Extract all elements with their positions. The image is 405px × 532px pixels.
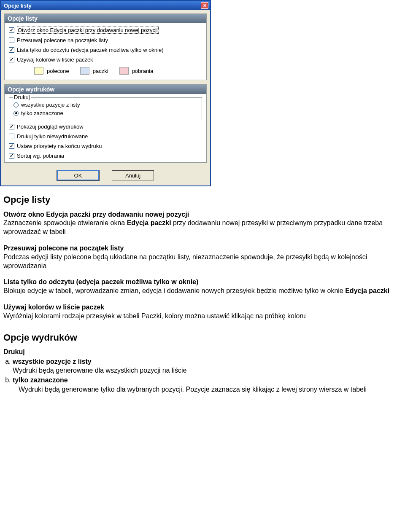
check-label: Ustaw priorytety na końcu wydruku (17, 143, 102, 149)
doc-section: Opcje listy Otwórz okno Edycja paczki pr… (0, 186, 405, 398)
check-readonly-list[interactable]: Lista tylko do odczytu (edycja paczek mo… (9, 47, 202, 53)
titlebar: Opcje listy ✕ (1, 1, 210, 10)
doc-list-item: tylko zaznaczone (13, 376, 402, 385)
check-label: Przesuwaj polecone na początek listy (17, 37, 108, 43)
radio-label: wszystkie pozycje z listy (21, 102, 80, 108)
panel-header-opcje-listy: Opcje listy (5, 14, 206, 23)
ok-button[interactable]: OK (57, 170, 99, 180)
checkbox-icon[interactable] (9, 124, 14, 129)
doc-heading-opcje-listy: Opcje listy (3, 194, 402, 206)
checkbox-icon[interactable] (9, 27, 14, 33)
check-move-registered-top[interactable]: Przesuwaj polecone na początek listy (9, 37, 202, 43)
panel-opcje-listy: Opcje listy Otwórz okno Edycja paczki pr… (4, 13, 207, 80)
check-print-unprinted-only[interactable]: Drukuj tylko niewydrukowane (9, 133, 202, 140)
doc-list-body: Wydruki będą generowane tylko dla wybran… (19, 385, 402, 394)
options-dialog: Opcje listy ✕ Opcje listy Otwórz okno Ed… (0, 0, 211, 186)
doc-list-title: tylko zaznaczone (13, 376, 68, 384)
legend-label-polecone: polecone (47, 68, 69, 74)
fieldset-drukuj: Drukuj wszystkie pozycje z listy tylko z… (9, 97, 202, 120)
doc-subheading-drukuj: Drukuj (3, 348, 402, 357)
doc-subheading: Przesuwaj polecone na początek listy (3, 244, 402, 253)
check-label: Sortuj wg. pobrania (17, 153, 64, 159)
doc-ordered-list: wszystkie pozycje z listy Wydruki będą g… (3, 357, 402, 384)
dialog-buttons: OK Anuluj (4, 167, 207, 182)
check-sort-by-cod[interactable]: Sortuj wg. pobrania (9, 153, 202, 159)
doc-subheading: Otwórz okno Edycja paczki przy dodawaniu… (3, 210, 402, 219)
doc-paragraph: Wyróżniaj kolorami rodzaje przesyłek w t… (3, 312, 402, 321)
doc-paragraph: Blokuje edycję w tabeli, wprowadzanie zm… (3, 287, 402, 296)
legend-label-pobrania: pobrania (132, 68, 154, 74)
doc-subheading: Używaj kolorów w liście paczek (3, 303, 402, 312)
doc-block: Otwórz okno Edycja paczki przy dodawaniu… (3, 210, 402, 236)
checkbox-icon[interactable] (9, 57, 14, 62)
legend-label-paczki: paczki (93, 68, 108, 74)
check-label: Otwórz okno Edycja paczki przy dodawaniu… (17, 27, 159, 34)
check-use-colors[interactable]: Używaj kolorów w liście paczek (9, 56, 202, 63)
check-label: Lista tylko do odczytu (edycja paczek mo… (17, 47, 164, 53)
swatch-pobrania[interactable] (119, 67, 129, 75)
check-label: Pokazuj podgląd wydruków (17, 124, 84, 130)
check-priorities-at-end[interactable]: Ustaw priorytety na końcu wydruku (9, 143, 202, 149)
swatch-paczki[interactable] (80, 67, 89, 75)
doc-list-body: Wydruki będą generowane dla wszystkich p… (13, 366, 402, 375)
color-legend: polecone paczki pobrania (34, 67, 202, 75)
doc-paragraph: Zaznaczenie spowoduje otwieranie okna Ed… (3, 219, 402, 236)
checkbox-icon[interactable] (9, 143, 14, 149)
checkbox-icon[interactable] (9, 47, 14, 53)
radio-icon[interactable] (14, 102, 19, 107)
check-show-preview[interactable]: Pokazuj podgląd wydruków (9, 124, 202, 130)
radio-all-positions[interactable]: wszystkie pozycje z listy (14, 102, 197, 108)
panel-header-opcje-wydrukow: Opcje wydruków (5, 85, 206, 94)
doc-list-title: wszystkie pozycje z listy (13, 358, 92, 365)
cancel-button[interactable]: Anuluj (112, 170, 154, 180)
dialog-body: Opcje listy Otwórz okno Edycja paczki pr… (1, 10, 210, 185)
swatch-polecone[interactable] (34, 67, 43, 75)
check-label: Drukuj tylko niewydrukowane (17, 133, 88, 140)
doc-block: Przesuwaj polecone na początek listy Pod… (3, 244, 402, 270)
checkbox-icon[interactable] (9, 153, 14, 159)
close-icon[interactable]: ✕ (201, 2, 208, 9)
fieldset-legend-drukuj: Drukuj (13, 94, 31, 100)
check-open-edit-window[interactable]: Otwórz okno Edycja paczki przy dodawaniu… (9, 27, 202, 34)
panel-opcje-wydrukow: Opcje wydruków Drukuj wszystkie pozycje … (4, 84, 207, 163)
checkbox-icon[interactable] (9, 134, 14, 139)
radio-icon[interactable] (14, 111, 19, 116)
doc-paragraph: Podczas edycji listy polecone będą układ… (3, 253, 402, 271)
doc-block: Używaj kolorów w liście paczek Wyróżniaj… (3, 303, 402, 321)
dialog-title: Opcje listy (4, 3, 32, 9)
check-label: Używaj kolorów w liście paczek (17, 56, 93, 63)
doc-list-item: wszystkie pozycje z listy Wydruki będą g… (13, 357, 402, 375)
radio-label: tylko zaznaczone (21, 110, 63, 116)
doc-subheading: Lista tylko do odczytu (edycja paczek mo… (3, 278, 402, 287)
doc-block: Lista tylko do odczytu (edycja paczek mo… (3, 278, 402, 296)
doc-heading-opcje-wydrukow: Opcje wydruków (3, 332, 402, 344)
checkbox-icon[interactable] (9, 38, 14, 43)
radio-selected-only[interactable]: tylko zaznaczone (14, 110, 197, 116)
